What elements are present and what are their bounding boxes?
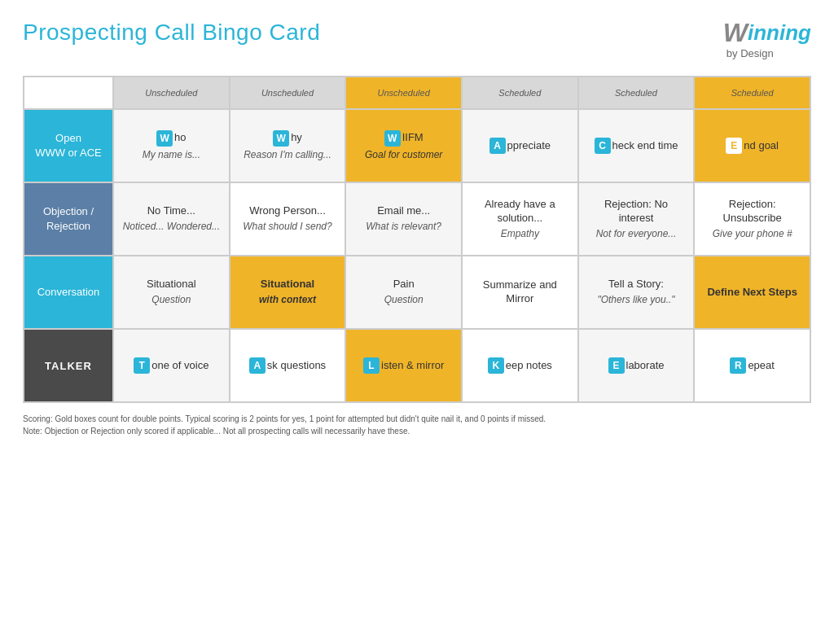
page-header: Prospecting Call Bingo Card Winning by D… [23, 20, 811, 59]
cell-story: Tell a Story: "Others like you.." [578, 256, 695, 329]
cell-who: Who My name is... [113, 109, 230, 182]
cell-emailme: Email me... What is relevant? [345, 182, 462, 256]
page-title: Prospecting Call Bingo Card [23, 20, 320, 46]
cell-listen: Listen & mirror [345, 329, 462, 402]
cell-keep: Keep notes [462, 329, 578, 402]
col-header-unscheduled1: Unscheduled [113, 77, 230, 109]
footer-line1: Scoring: Gold boxes count for double poi… [23, 413, 811, 425]
cell-endgoal: End goal [694, 109, 810, 182]
col-header-scheduled3: Scheduled [694, 77, 810, 109]
badge-e2: E [608, 357, 625, 374]
col-header-empty [24, 77, 113, 109]
badge-c1: C [595, 138, 611, 154]
cell-wrongperson: Wrong Person... What should I send? [230, 182, 346, 256]
cell-wiifm: WIIFM Goal for customer [345, 109, 462, 182]
cell-repeat: Repeat [694, 329, 810, 402]
logo-w-icon: W [723, 20, 748, 46]
cell-ask: Ask questions [230, 329, 346, 402]
badge-w3: W [384, 130, 401, 147]
cell-elaborate: Elaborate [578, 329, 695, 402]
row-header-talker: TALKER [24, 329, 113, 402]
row-header-conversation: Conversation [24, 256, 113, 329]
cell-situational-q: Situational Question [113, 256, 230, 329]
badge-r1: R [730, 357, 746, 374]
badge-k1: K [488, 357, 504, 374]
logo-mark: Winning [723, 20, 811, 46]
cell-summarize: Summarize and Mirror [462, 256, 578, 329]
badge-w1: W [156, 130, 173, 147]
col-header-unscheduled2: Unscheduled [230, 77, 346, 109]
badge-t1: T [134, 357, 150, 374]
badge-l1: L [363, 357, 380, 374]
logo-inning: inning [748, 22, 811, 43]
footer: Scoring: Gold boxes count for double poi… [23, 413, 811, 437]
badge-w2: W [273, 130, 289, 147]
bingo-grid: Unscheduled Unscheduled Unscheduled Sche… [23, 76, 811, 403]
row-header-objection: Objection /Rejection [24, 182, 113, 256]
cell-notime: No Time... Noticed... Wondered... [113, 182, 230, 256]
cell-tone: Tone of voice [113, 329, 230, 402]
cell-define-next: Define Next Steps [694, 256, 810, 329]
cell-rejection-ni: Rejection: No interest Not for everyone.… [578, 182, 695, 256]
col-header-scheduled2: Scheduled [578, 77, 695, 109]
cell-situational-ctx: Situational with context [230, 256, 346, 329]
cell-rejection-un: Rejection: Unsubscribe Give your phone # [694, 182, 810, 256]
badge-a1: A [489, 138, 506, 154]
row-header-open: OpenWWW or ACE [24, 109, 113, 182]
cell-why: Why Reason I'm calling... [230, 109, 346, 182]
col-header-scheduled1: Scheduled [462, 77, 578, 109]
badge-e1: E [726, 138, 742, 154]
col-header-unscheduled3: Unscheduled [345, 77, 462, 109]
logo-bydesign: by Design [726, 47, 774, 59]
cell-appreciate: Appreciate [462, 109, 578, 182]
cell-alreadyhave: Already have a solution... Empathy [462, 182, 578, 256]
badge-a2: A [249, 357, 266, 374]
logo: Winning by Design [723, 20, 811, 59]
cell-pain-q: Pain Question [345, 256, 462, 329]
footer-line2: Note: Objection or Rejection only scored… [23, 425, 811, 437]
cell-checkend: Check end time [578, 109, 695, 182]
